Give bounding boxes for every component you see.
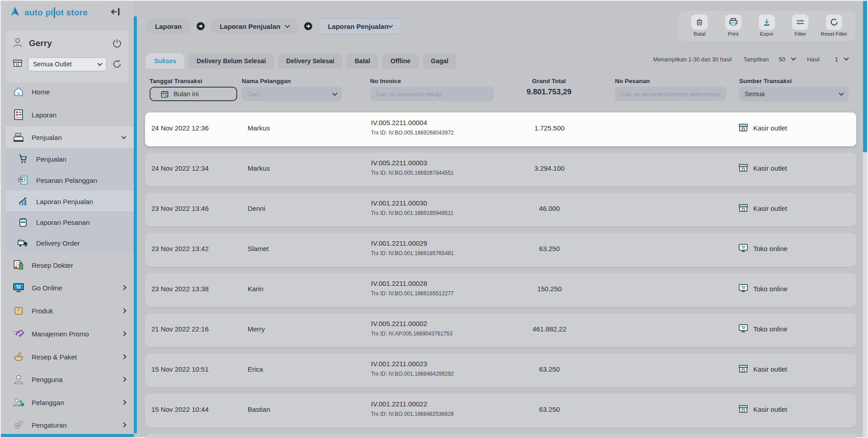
invoice-search[interactable] (370, 87, 494, 101)
calendar-icon (160, 90, 169, 98)
table-row[interactable]: 15 Nov 2022 10:44 Bastian IV.001.2211.00… (145, 394, 856, 428)
storefront-icon (738, 162, 749, 174)
chevron-down-icon (97, 61, 102, 66)
logo-text: auto piot store (24, 7, 88, 18)
sidebar-item-laporan-penjualan[interactable]: Laporan Penjualan (16, 193, 130, 210)
sidebar-item-go-online[interactable]: Go Online (12, 280, 130, 296)
app-root: auto piot store Gerry Semua Outlet (0, 0, 868, 438)
customer-select[interactable] (242, 87, 342, 101)
chevron-right-icon (121, 285, 126, 290)
reset-icon (826, 14, 842, 30)
scrollbar-track[interactable] (863, 1, 867, 437)
refresh-icon[interactable] (111, 58, 123, 70)
sumber-transaksi-label: Sumber Transaksi (739, 78, 792, 84)
table-row[interactable]: 23 Nov 2022 13:42 Slamet IV.001.2211.000… (145, 233, 856, 267)
report-type-select[interactable]: Laporan Penjualan (318, 18, 401, 34)
sidebar-item-pengguna[interactable]: Pengguna (12, 371, 130, 387)
scrollbar-thumb[interactable] (863, 1, 867, 152)
product-box-icon (12, 305, 25, 316)
chevron-down-icon (285, 23, 290, 28)
arrow-right-circle-icon (304, 22, 313, 31)
user-icon (12, 373, 25, 385)
sidebar-bottom-accent (1, 434, 134, 437)
sidebar-item-penjualan-group[interactable]: Penjualan (12, 129, 130, 145)
tab-batal[interactable]: Batal (347, 53, 378, 69)
tab-sukses[interactable]: Sukses (146, 53, 184, 69)
sidebar-item-manajemen-promo[interactable]: Manajemen Promo (12, 326, 130, 342)
tab-delivery-selesai[interactable]: Delivery Selesai (278, 53, 343, 69)
order-search[interactable] (615, 87, 726, 101)
breadcrumb-laporan-penjualan[interactable]: Laporan Penjualan (211, 18, 298, 34)
report-icon (12, 109, 25, 121)
sidebar-item-resep-paket[interactable]: Resep & Paket (12, 349, 130, 365)
order-search-input[interactable] (620, 91, 721, 98)
grand-total-label: Grand Total (504, 78, 594, 84)
hasil-label: Hasil (807, 56, 820, 63)
expor-button[interactable]: Expor (751, 14, 783, 37)
chevron-right-icon (121, 422, 126, 427)
sidebar-item-home[interactable]: Home (12, 84, 130, 100)
source-select-value: Semua (745, 90, 765, 98)
sidebar-item-delivery-order[interactable]: Delivery Order (16, 235, 130, 251)
arrow-right-circle-icon (196, 22, 205, 31)
sidebar-item-pelanggan[interactable]: Pelanggan (12, 394, 130, 410)
sidebar-item-pengaturan[interactable]: Pengaturan (12, 417, 130, 433)
chevron-down-icon[interactable] (791, 56, 796, 61)
chevron-down-icon (388, 23, 393, 28)
next-row-partial (145, 434, 856, 438)
batal-button[interactable]: Batal (684, 14, 715, 37)
sidebar-item-produk[interactable]: Produk (12, 303, 130, 319)
sidebar-item-pesanan-pelanggan[interactable]: Pesanan Pelanggan (16, 172, 130, 188)
sidebar-item-penjualan[interactable]: Penjualan (16, 151, 130, 167)
reset-filter-button[interactable]: Reset Filter (818, 14, 850, 37)
outlet-select[interactable]: Semua Outlet (28, 57, 107, 71)
online-store-icon (738, 242, 749, 255)
date-range-picker[interactable]: Bulan ini (150, 87, 237, 101)
table-row[interactable]: 15 Nov 2022 10:51 Erica IV.001.2211.0002… (145, 354, 856, 387)
page-value[interactable]: 1 (835, 56, 838, 63)
sidebar-collapse-icon[interactable] (109, 6, 121, 17)
results-summary: Menampilkan 1-30 dari 30 hasil (653, 56, 732, 63)
filter-button[interactable]: Filter (784, 14, 816, 37)
status-tabs: Sukses Delivery Belum Selesai Delivery S… (146, 53, 456, 69)
table-row[interactable]: 24 Nov 2022 12:34 Markus IV.005.2211.000… (145, 153, 856, 186)
breadcrumb: Laporan Laporan Penjualan Laporan Penjua… (146, 18, 402, 34)
page-size-value[interactable]: 50 (779, 56, 785, 63)
storefront-icon (738, 363, 749, 375)
printer-icon (725, 14, 741, 30)
tab-gagal[interactable]: Gagal (423, 53, 457, 69)
no-pesanan-label: No Pesanan (615, 78, 650, 84)
storefront-small-icon (12, 58, 23, 70)
storefront-icon (738, 403, 749, 415)
sidebar-item-laporan[interactable]: Laporan (12, 107, 130, 123)
table-row[interactable]: 23 Nov 2022 13:38 Karin IV.001.2211.0002… (145, 273, 856, 307)
mortar-icon (12, 351, 25, 363)
order-report-icon (16, 217, 30, 228)
nama-pelanggan-label: Nama Pelanggan (242, 78, 291, 84)
chevron-down-icon (839, 91, 844, 96)
table-row[interactable]: 23 Nov 2022 13:46 Denni IV.001.2211.0003… (145, 193, 856, 227)
sidebar-item-laporan-pesanan[interactable]: Laporan Pesanan (16, 214, 130, 230)
customer-search-input[interactable] (247, 91, 333, 98)
source-select[interactable]: Semua (739, 87, 849, 101)
cash-register-icon (12, 131, 25, 143)
sales-chart-icon (16, 196, 30, 207)
user-name: Gerry (29, 38, 111, 48)
sidebar-item-resep-dokter[interactable]: Resep Dokter (12, 257, 130, 273)
prescription-icon (12, 259, 25, 271)
logout-power-icon[interactable] (111, 37, 123, 49)
chevron-right-icon (121, 354, 126, 359)
print-button[interactable]: Print (718, 14, 749, 37)
breadcrumb-laporan[interactable]: Laporan (146, 18, 191, 34)
table-row[interactable]: 21 Nov 2022 22:16 Merry IV.005.2211.0000… (145, 313, 856, 347)
storefront-icon (738, 122, 749, 134)
pagination: Menampilkan 1-30 dari 30 hasil Tampilkan… (653, 56, 849, 63)
tab-offline[interactable]: Offline (382, 53, 418, 69)
chevron-down-icon[interactable] (844, 56, 849, 61)
logo-caret (54, 7, 55, 18)
home-icon (12, 86, 25, 98)
tab-delivery-belum-selesai[interactable]: Delivery Belum Selesai (188, 53, 274, 69)
table-row[interactable]: 24 Nov 2022 12:36 Markus IV.005.2211.000… (145, 112, 856, 146)
invoice-search-input[interactable] (375, 91, 488, 98)
customers-icon (12, 396, 25, 408)
